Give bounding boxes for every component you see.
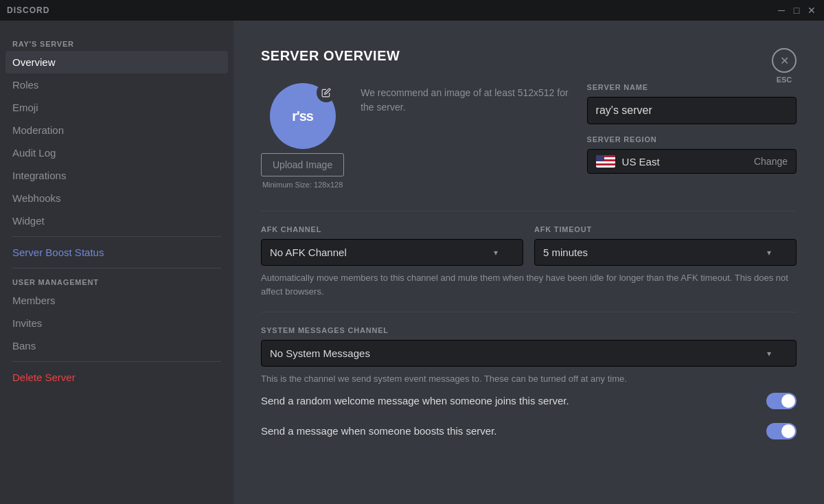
main-layout: RAY'S SERVER Overview Roles Emoji Modera… xyxy=(0,21,824,504)
avatar-edit-icon[interactable] xyxy=(317,83,336,102)
page-title: SERVER OVERVIEW xyxy=(261,48,797,64)
avatar-min-size: Minimum Size: 128x128 xyxy=(262,181,343,189)
afk-channel-value: No AFK Channel xyxy=(270,247,347,258)
afk-helper-text: Automatically move members to this chann… xyxy=(261,271,797,298)
esc-label: ESC xyxy=(777,76,792,84)
server-name-label: SERVER NAME xyxy=(587,83,797,91)
server-info-mid: We recommend an image of at least 512x51… xyxy=(360,83,570,126)
afk-timeout-group: AFK TIMEOUT 5 minutes ▾ xyxy=(534,225,797,266)
avatar-section: r'ss Upload Image Minimum Size: 128x128 xyxy=(261,83,344,189)
section-divider-2 xyxy=(261,312,797,312)
afk-channel-arrow-icon: ▾ xyxy=(494,248,498,257)
sidebar-server-name: RAY'S SERVER xyxy=(5,34,228,51)
sidebar-item-webhooks[interactable]: Webhooks xyxy=(5,187,228,209)
sidebar-item-moderation[interactable]: Moderation xyxy=(5,119,228,141)
server-region-value: US East xyxy=(622,156,660,168)
system-messages-label: SYSTEM MESSAGES CHANNEL xyxy=(261,326,797,334)
titlebar-title: DISCORD xyxy=(7,5,49,15)
sidebar-divider-3 xyxy=(12,361,221,362)
server-region-select[interactable]: US East Change xyxy=(587,149,797,174)
content-area: ✕ ESC SERVER OVERVIEW r'ss Upload Image xyxy=(233,21,824,504)
sidebar-item-delete-server[interactable]: Delete Server xyxy=(5,366,228,389)
us-flag-icon xyxy=(596,155,615,168)
section-divider-1 xyxy=(261,211,797,211)
sidebar: RAY'S SERVER Overview Roles Emoji Modera… xyxy=(0,21,233,504)
sidebar-item-invites[interactable]: Invites xyxy=(5,312,228,334)
titlebar-controls: ─ □ ✕ xyxy=(776,5,817,16)
avatar-wrapper: r'ss xyxy=(270,83,336,149)
system-messages-value: No System Messages xyxy=(270,347,370,359)
server-fields: SERVER NAME SERVER REGION US East Change xyxy=(587,83,797,174)
sidebar-item-emoji[interactable]: Emoji xyxy=(5,96,228,119)
afk-timeout-select[interactable]: 5 minutes ▾ xyxy=(534,239,797,266)
afk-timeout-value: 5 minutes xyxy=(543,247,588,258)
sidebar-divider-2 xyxy=(12,268,221,268)
sidebar-item-bans[interactable]: Bans xyxy=(5,334,228,357)
close-button[interactable]: ✕ xyxy=(806,5,817,16)
sidebar-item-widget[interactable]: Widget xyxy=(5,209,228,232)
sidebar-item-roles[interactable]: Roles xyxy=(5,73,228,96)
system-messages-helper: This is the channel we send system event… xyxy=(261,372,797,386)
afk-timeout-arrow-icon: ▾ xyxy=(767,248,771,257)
flag-canton xyxy=(596,155,604,161)
toggle1-label: Send a random welcome message when someo… xyxy=(261,395,755,406)
sidebar-item-overview[interactable]: Overview xyxy=(5,51,228,73)
toggle2-knob xyxy=(781,424,795,438)
afk-channel-select[interactable]: No AFK Channel ▾ xyxy=(261,239,523,266)
afk-channel-label: AFK CHANNEL xyxy=(261,225,523,233)
toggle-row-2: Send a message when someone boosts this … xyxy=(261,416,797,446)
afk-channel-group: AFK CHANNEL No AFK Channel ▾ xyxy=(261,225,523,266)
sidebar-item-integrations[interactable]: Integrations xyxy=(5,164,228,187)
afk-row: AFK CHANNEL No AFK Channel ▾ AFK TIMEOUT… xyxy=(261,225,797,266)
maximize-button[interactable]: □ xyxy=(791,5,802,16)
esc-button[interactable]: ✕ ESC xyxy=(772,48,797,84)
server-region-label: SERVER REGION xyxy=(587,135,797,144)
minimize-button[interactable]: ─ xyxy=(776,5,787,16)
toggle1[interactable] xyxy=(766,393,797,409)
server-name-input[interactable] xyxy=(587,97,797,124)
system-messages-select[interactable]: No System Messages ▾ xyxy=(261,340,797,367)
sidebar-item-members[interactable]: Members xyxy=(5,289,228,312)
sidebar-user-management-label: USER MANAGEMENT xyxy=(5,273,228,289)
change-region-button[interactable]: Change xyxy=(754,156,788,167)
toggle2[interactable] xyxy=(766,423,797,439)
sidebar-divider-1 xyxy=(12,236,221,237)
afk-timeout-label: AFK TIMEOUT xyxy=(534,225,797,233)
sidebar-item-boost-status[interactable]: Server Boost Status xyxy=(5,241,228,264)
toggle1-knob xyxy=(781,394,795,408)
sidebar-item-audit-log[interactable]: Audit Log xyxy=(5,141,228,164)
server-info-row: r'ss Upload Image Minimum Size: 128x128 … xyxy=(261,83,797,189)
system-messages-arrow-icon: ▾ xyxy=(767,349,771,358)
region-left: US East xyxy=(596,155,660,168)
server-info-text: We recommend an image of at least 512x51… xyxy=(360,86,570,115)
toggle-row-1: Send a random welcome message when someo… xyxy=(261,386,797,416)
toggle2-label: Send a message when someone boosts this … xyxy=(261,425,755,437)
titlebar: DISCORD ─ □ ✕ xyxy=(0,0,824,21)
esc-close-icon[interactable]: ✕ xyxy=(772,48,797,73)
upload-image-button[interactable]: Upload Image xyxy=(261,153,344,176)
